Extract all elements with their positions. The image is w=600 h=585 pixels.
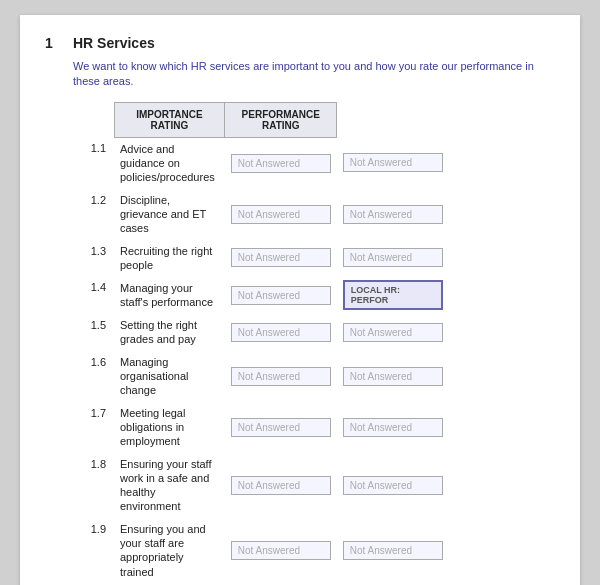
row-number: 1.7	[45, 402, 114, 453]
performance-cell[interactable]: Not Answered	[337, 314, 555, 351]
importance-dropdown[interactable]: Not Answered	[231, 205, 331, 224]
table-row: 1.9Ensuring you and your staff are appro…	[45, 518, 555, 583]
performance-cell[interactable]: Not Answered	[337, 351, 555, 402]
performance-cell[interactable]: Not Answered	[337, 402, 555, 453]
importance-dropdown[interactable]: Not Answered	[231, 323, 331, 342]
performance-dropdown[interactable]: Not Answered	[343, 418, 443, 437]
row-label: Setting the right grades and pay	[114, 314, 225, 351]
performance-dropdown[interactable]: Not Answered	[343, 205, 443, 224]
row-number: 1.5	[45, 314, 114, 351]
label-col-header	[45, 102, 114, 137]
performance-dropdown[interactable]: Not Answered	[343, 541, 443, 560]
row-number: 1.6	[45, 351, 114, 402]
row-label: Managing organisational change	[114, 351, 225, 402]
performance-cell[interactable]: LOCAL HR: PERFOR	[337, 276, 555, 314]
table-row: 1.5Setting the right grades and payNot A…	[45, 314, 555, 351]
row-number: 1.2	[45, 189, 114, 240]
importance-dropdown[interactable]: Not Answered	[231, 248, 331, 267]
importance-cell[interactable]: Not Answered	[225, 137, 337, 188]
importance-dropdown[interactable]: Not Answered	[231, 367, 331, 386]
importance-dropdown[interactable]: Not Answered	[231, 541, 331, 560]
table-row: 1.7Meeting legal obligations in employme…	[45, 402, 555, 453]
row-label: Advice and guidance on policies/procedur…	[114, 137, 225, 188]
row-number: 1.4	[45, 276, 114, 314]
performance-dropdown[interactable]: Not Answered	[343, 153, 443, 172]
performance-dropdown[interactable]: Not Answered	[343, 367, 443, 386]
table-row: 1.6Managing organisational changeNot Ans…	[45, 351, 555, 402]
table-row: 1.3Recruiting the right peopleNot Answer…	[45, 240, 555, 277]
section-1-header: 1 HR Services	[45, 35, 555, 51]
row-number: 1.9	[45, 518, 114, 583]
importance-dropdown[interactable]: Not Answered	[231, 154, 331, 173]
section-1-number: 1	[45, 35, 63, 51]
importance-dropdown[interactable]: Not Answered	[231, 418, 331, 437]
performance-dropdown[interactable]: Not Answered	[343, 248, 443, 267]
performance-cell[interactable]: Not Answered	[337, 240, 555, 277]
row-label: Discipline, grievance and ET cases	[114, 189, 225, 240]
performance-dropdown[interactable]: Not Answered	[343, 476, 443, 495]
rating-table: IMPORTANCE RATING PERFORMANCE RATING 1.1…	[45, 102, 555, 585]
row-label: Ensuring you and your staff are appropri…	[114, 518, 225, 583]
importance-cell[interactable]: Not Answered	[225, 518, 337, 583]
importance-cell[interactable]: Not Answered	[225, 240, 337, 277]
row-label: Recruiting the right people	[114, 240, 225, 277]
row-label: Ensuring your staff work in a safe and h…	[114, 453, 225, 518]
importance-col-header: IMPORTANCE RATING	[114, 102, 225, 137]
performance-cell[interactable]: Not Answered	[337, 453, 555, 518]
performance-dropdown[interactable]: LOCAL HR: PERFOR	[343, 280, 443, 310]
table-row: 1.1Advice and guidance on policies/proce…	[45, 137, 555, 188]
importance-cell[interactable]: Not Answered	[225, 351, 337, 402]
section-1: 1 HR Services We want to know which HR s…	[45, 35, 555, 585]
importance-dropdown[interactable]: Not Answered	[231, 286, 331, 305]
row-number: 1.3	[45, 240, 114, 277]
importance-cell[interactable]: Not Answered	[225, 276, 337, 314]
table-row: 1.4Managing your staff's performanceNot …	[45, 276, 555, 314]
importance-cell[interactable]: Not Answered	[225, 453, 337, 518]
performance-col-header: PERFORMANCE RATING	[225, 102, 337, 137]
section-1-title: HR Services	[73, 35, 155, 51]
importance-cell[interactable]: Not Answered	[225, 402, 337, 453]
section-1-description: We want to know which HR services are im…	[45, 59, 555, 90]
performance-dropdown[interactable]: Not Answered	[343, 323, 443, 342]
row-label: Meeting legal obligations in employment	[114, 402, 225, 453]
table-row: 1.8Ensuring your staff work in a safe an…	[45, 453, 555, 518]
table-row: 1.2Discipline, grievance and ET casesNot…	[45, 189, 555, 240]
page: 1 HR Services We want to know which HR s…	[20, 15, 580, 585]
importance-dropdown[interactable]: Not Answered	[231, 476, 331, 495]
row-number: 1.8	[45, 453, 114, 518]
importance-cell[interactable]: Not Answered	[225, 314, 337, 351]
performance-cell[interactable]: Not Answered	[337, 518, 555, 583]
row-number: 1.1	[45, 137, 114, 188]
importance-cell[interactable]: Not Answered	[225, 189, 337, 240]
row-label: Managing your staff's performance	[114, 276, 225, 314]
performance-cell[interactable]: Not Answered	[337, 137, 555, 188]
performance-cell[interactable]: Not Answered	[337, 189, 555, 240]
